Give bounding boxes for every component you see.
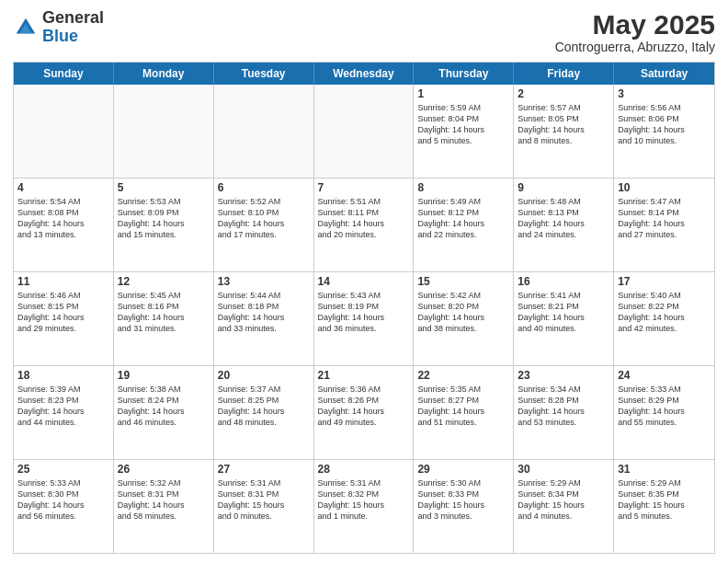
calendar-cell: 25Sunrise: 5:33 AM Sunset: 8:30 PM Dayli… [14, 460, 114, 553]
calendar-cell: 17Sunrise: 5:40 AM Sunset: 8:22 PM Dayli… [614, 272, 714, 365]
calendar-cell: 9Sunrise: 5:48 AM Sunset: 8:13 PM Daylig… [514, 178, 614, 271]
calendar-cell: 27Sunrise: 5:31 AM Sunset: 8:31 PM Dayli… [214, 460, 314, 553]
cell-info: Sunrise: 5:30 AM Sunset: 8:33 PM Dayligh… [417, 477, 509, 523]
cell-info: Sunrise: 5:43 AM Sunset: 8:19 PM Dayligh… [318, 290, 410, 335]
day-number: 4 [17, 181, 109, 194]
day-number: 22 [417, 369, 509, 382]
day-number: 20 [218, 369, 310, 382]
cell-info: Sunrise: 5:44 AM Sunset: 8:18 PM Dayligh… [218, 290, 310, 335]
calendar-cell: 23Sunrise: 5:34 AM Sunset: 8:28 PM Dayli… [514, 366, 614, 459]
cell-info: Sunrise: 5:35 AM Sunset: 8:27 PM Dayligh… [417, 384, 509, 429]
logo-text: General Blue [42, 9, 104, 46]
calendar-cell: 15Sunrise: 5:42 AM Sunset: 8:20 PM Dayli… [414, 272, 514, 365]
cell-info: Sunrise: 5:40 AM Sunset: 8:22 PM Dayligh… [618, 290, 711, 335]
cell-info: Sunrise: 5:51 AM Sunset: 8:11 PM Dayligh… [318, 196, 410, 241]
cell-info: Sunrise: 5:59 AM Sunset: 8:04 PM Dayligh… [417, 102, 509, 147]
day-number: 10 [618, 181, 711, 194]
day-number: 27 [218, 463, 310, 476]
calendar-cell: 24Sunrise: 5:33 AM Sunset: 8:29 PM Dayli… [614, 366, 714, 459]
calendar-cell [14, 85, 114, 178]
cell-info: Sunrise: 5:42 AM Sunset: 8:20 PM Dayligh… [417, 290, 509, 335]
cell-info: Sunrise: 5:33 AM Sunset: 8:29 PM Dayligh… [618, 384, 711, 429]
cell-info: Sunrise: 5:54 AM Sunset: 8:08 PM Dayligh… [17, 196, 109, 241]
day-number: 24 [618, 369, 711, 382]
day-number: 21 [318, 369, 410, 382]
cell-info: Sunrise: 5:31 AM Sunset: 8:31 PM Dayligh… [218, 477, 310, 523]
day-number: 5 [118, 181, 210, 194]
day-number: 7 [318, 181, 410, 194]
calendar-cell: 7Sunrise: 5:51 AM Sunset: 8:11 PM Daylig… [314, 178, 415, 271]
calendar-cell: 22Sunrise: 5:35 AM Sunset: 8:27 PM Dayli… [414, 366, 514, 459]
calendar-cell: 8Sunrise: 5:49 AM Sunset: 8:12 PM Daylig… [414, 178, 514, 271]
calendar-cell: 1Sunrise: 5:59 AM Sunset: 8:04 PM Daylig… [414, 85, 514, 178]
header: General Blue May 2025 Controguerra, Abru… [13, 9, 715, 54]
calendar-cell: 18Sunrise: 5:39 AM Sunset: 8:23 PM Dayli… [14, 366, 114, 459]
calendar-cell: 16Sunrise: 5:41 AM Sunset: 8:21 PM Dayli… [514, 272, 614, 365]
calendar-row-4: 25Sunrise: 5:33 AM Sunset: 8:30 PM Dayli… [14, 460, 714, 553]
cell-info: Sunrise: 5:52 AM Sunset: 8:10 PM Dayligh… [218, 196, 310, 241]
calendar-cell: 6Sunrise: 5:52 AM Sunset: 8:10 PM Daylig… [214, 178, 314, 271]
cell-info: Sunrise: 5:41 AM Sunset: 8:21 PM Dayligh… [518, 290, 609, 335]
calendar-cell: 26Sunrise: 5:32 AM Sunset: 8:31 PM Dayli… [114, 460, 214, 553]
cell-info: Sunrise: 5:56 AM Sunset: 8:06 PM Dayligh… [618, 102, 711, 147]
cell-info: Sunrise: 5:37 AM Sunset: 8:25 PM Dayligh… [218, 384, 310, 429]
day-number: 6 [218, 181, 310, 194]
logo: General Blue [13, 9, 104, 46]
cell-info: Sunrise: 5:29 AM Sunset: 8:35 PM Dayligh… [618, 477, 711, 523]
calendar-header: SundayMondayTuesdayWednesdayThursdayFrid… [14, 63, 714, 85]
page: General Blue May 2025 Controguerra, Abru… [0, 0, 728, 563]
cell-info: Sunrise: 5:46 AM Sunset: 8:15 PM Dayligh… [17, 290, 109, 335]
day-number: 8 [417, 181, 509, 194]
calendar-row-2: 11Sunrise: 5:46 AM Sunset: 8:15 PM Dayli… [14, 272, 714, 366]
day-number: 16 [518, 275, 609, 288]
cell-info: Sunrise: 5:45 AM Sunset: 8:16 PM Dayligh… [118, 290, 210, 335]
cell-info: Sunrise: 5:39 AM Sunset: 8:23 PM Dayligh… [17, 384, 109, 429]
day-number: 14 [318, 275, 410, 288]
calendar-cell [114, 85, 214, 178]
cell-info: Sunrise: 5:33 AM Sunset: 8:30 PM Dayligh… [17, 477, 109, 523]
header-day-tuesday: Tuesday [214, 63, 314, 85]
calendar-cell: 12Sunrise: 5:45 AM Sunset: 8:16 PM Dayli… [114, 272, 214, 365]
calendar-row-3: 18Sunrise: 5:39 AM Sunset: 8:23 PM Dayli… [14, 366, 714, 460]
cell-info: Sunrise: 5:31 AM Sunset: 8:32 PM Dayligh… [318, 477, 410, 523]
calendar-body: 1Sunrise: 5:59 AM Sunset: 8:04 PM Daylig… [14, 85, 714, 553]
calendar-cell: 28Sunrise: 5:31 AM Sunset: 8:32 PM Dayli… [314, 460, 415, 553]
day-number: 30 [518, 463, 609, 476]
header-day-thursday: Thursday [414, 63, 514, 85]
calendar-cell: 10Sunrise: 5:47 AM Sunset: 8:14 PM Dayli… [614, 178, 714, 271]
day-number: 17 [618, 275, 711, 288]
cell-info: Sunrise: 5:49 AM Sunset: 8:12 PM Dayligh… [417, 196, 509, 241]
calendar: SundayMondayTuesdayWednesdayThursdayFrid… [13, 62, 715, 554]
calendar-cell: 20Sunrise: 5:37 AM Sunset: 8:25 PM Dayli… [214, 366, 314, 459]
calendar-cell: 31Sunrise: 5:29 AM Sunset: 8:35 PM Dayli… [614, 460, 714, 553]
day-number: 19 [118, 369, 210, 382]
header-day-friday: Friday [514, 63, 614, 85]
cell-info: Sunrise: 5:38 AM Sunset: 8:24 PM Dayligh… [118, 384, 210, 429]
calendar-cell [314, 85, 415, 178]
month-title: May 2025 [555, 9, 715, 40]
header-day-saturday: Saturday [614, 63, 714, 85]
day-number: 25 [17, 463, 109, 476]
day-number: 3 [618, 87, 711, 100]
day-number: 12 [118, 275, 210, 288]
cell-info: Sunrise: 5:36 AM Sunset: 8:26 PM Dayligh… [318, 384, 410, 429]
calendar-cell: 5Sunrise: 5:53 AM Sunset: 8:09 PM Daylig… [114, 178, 214, 271]
cell-info: Sunrise: 5:34 AM Sunset: 8:28 PM Dayligh… [518, 384, 609, 429]
calendar-cell: 21Sunrise: 5:36 AM Sunset: 8:26 PM Dayli… [314, 366, 415, 459]
header-day-wednesday: Wednesday [314, 63, 415, 85]
day-number: 29 [417, 463, 509, 476]
calendar-cell: 19Sunrise: 5:38 AM Sunset: 8:24 PM Dayli… [114, 366, 214, 459]
calendar-cell: 30Sunrise: 5:29 AM Sunset: 8:34 PM Dayli… [514, 460, 614, 553]
cell-info: Sunrise: 5:29 AM Sunset: 8:34 PM Dayligh… [518, 477, 609, 523]
cell-info: Sunrise: 5:48 AM Sunset: 8:13 PM Dayligh… [518, 196, 609, 241]
calendar-row-0: 1Sunrise: 5:59 AM Sunset: 8:04 PM Daylig… [14, 85, 714, 178]
day-number: 2 [518, 87, 609, 100]
calendar-cell: 14Sunrise: 5:43 AM Sunset: 8:19 PM Dayli… [314, 272, 415, 365]
cell-info: Sunrise: 5:47 AM Sunset: 8:14 PM Dayligh… [618, 196, 711, 241]
day-number: 18 [17, 369, 109, 382]
cell-info: Sunrise: 5:32 AM Sunset: 8:31 PM Dayligh… [118, 477, 210, 523]
day-number: 26 [118, 463, 210, 476]
day-number: 11 [17, 275, 109, 288]
calendar-cell: 2Sunrise: 5:57 AM Sunset: 8:05 PM Daylig… [514, 85, 614, 178]
calendar-cell: 11Sunrise: 5:46 AM Sunset: 8:15 PM Dayli… [14, 272, 114, 365]
